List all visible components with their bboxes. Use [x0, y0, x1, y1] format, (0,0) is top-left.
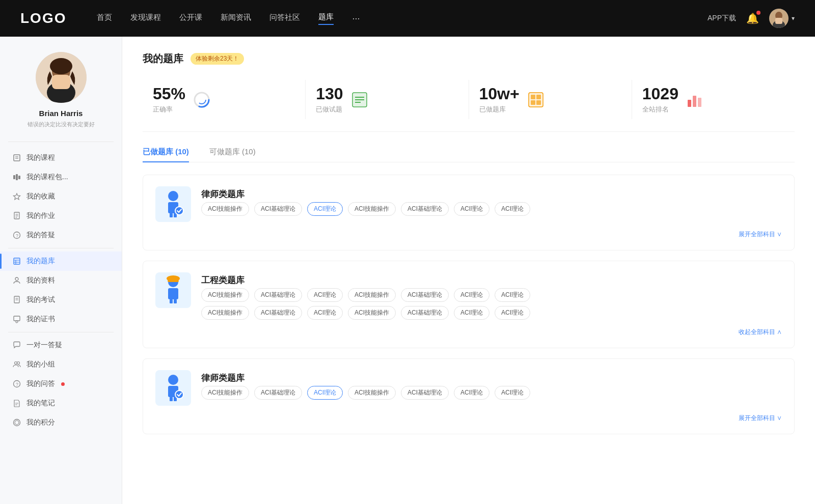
- app-download-link[interactable]: APP下载: [708, 14, 736, 23]
- tag-law2-1[interactable]: ACI基础理论: [254, 386, 302, 400]
- nav-question-bank[interactable]: 题库: [318, 12, 334, 25]
- profile-section: Brian Harris 错误的决定比没有决定要好: [0, 52, 122, 138]
- stat-done-banks: 10w+ 已做题库: [469, 80, 632, 119]
- user-avatar-menu[interactable]: ▾: [769, 9, 795, 28]
- tag-eng-r2-6[interactable]: ACI理论: [495, 306, 530, 320]
- sidebar-item-one-on-one[interactable]: 一对一答疑: [0, 335, 122, 355]
- tag-law-5[interactable]: ACI理论: [454, 202, 490, 216]
- sidebar-item-my-bank[interactable]: 我的题库: [0, 251, 122, 271]
- svg-marker-15: [14, 193, 20, 200]
- nav-qa[interactable]: 问答社区: [269, 13, 300, 24]
- sidebar-item-my-collection[interactable]: 我的收藏: [0, 187, 122, 206]
- sidebar-item-my-course[interactable]: 我的课程: [0, 148, 122, 167]
- navbar: LOGO 首页 发现课程 公开课 新闻资讯 问答社区 题库 ··· APP下载 …: [0, 0, 815, 37]
- svg-rect-56: [698, 98, 701, 107]
- svg-rect-67: [168, 280, 179, 282]
- notes-icon: [12, 399, 21, 408]
- sidebar-item-my-package[interactable]: 我的课程包...: [0, 167, 122, 187]
- svg-rect-50: [531, 95, 535, 99]
- qbank-tags-law2: ACI技能操作 ACI基础理论 ACI理论 ACI技能操作 ACI基础理论 AC…: [201, 386, 782, 400]
- svg-rect-55: [693, 96, 696, 107]
- svg-point-61: [175, 207, 183, 215]
- svg-point-68: [168, 375, 178, 385]
- svg-point-39: [15, 421, 19, 425]
- sidebar-label-my-cert: 我的证书: [26, 315, 55, 324]
- tag-eng-r2-5[interactable]: ACI理论: [454, 306, 490, 320]
- tab-done-banks[interactable]: 已做题库 (10): [143, 147, 189, 162]
- svg-rect-52: [531, 100, 535, 105]
- page-header: 我的题库 体验剩余23天！: [143, 52, 795, 66]
- tag-eng-r1-0[interactable]: ACI技能操作: [201, 288, 249, 302]
- stat-accuracy-label: 正确率: [153, 105, 185, 114]
- nav-discover[interactable]: 发现课程: [130, 13, 161, 24]
- sidebar-divider-2: [8, 332, 114, 332]
- tag-eng-r2-2[interactable]: ACI理论: [307, 306, 343, 320]
- sidebar-item-my-homework[interactable]: 我的作业: [0, 206, 122, 226]
- nav-more[interactable]: ···: [352, 13, 360, 24]
- tag-eng-r2-4[interactable]: ACI基础理论: [401, 306, 449, 320]
- sidebar-item-my-notes[interactable]: 我的笔记: [0, 394, 122, 413]
- stat-ranking-value: 1029: [642, 85, 678, 103]
- tag-eng-r2-3[interactable]: ACI技能操作: [348, 306, 396, 320]
- avatar: [769, 9, 789, 28]
- tag-eng-r2-0[interactable]: ACI技能操作: [201, 306, 249, 320]
- svg-rect-53: [536, 100, 541, 105]
- notification-badge: [756, 11, 760, 15]
- tag-law2-4[interactable]: ACI基础理论: [401, 386, 449, 400]
- questions-icon: ?: [12, 379, 21, 388]
- svg-rect-59: [170, 213, 173, 217]
- tag-eng-r1-1[interactable]: ACI基础理论: [254, 288, 302, 302]
- tag-eng-r1-4[interactable]: ACI基础理论: [401, 288, 449, 302]
- stat-done-questions: 130 已做试题: [306, 80, 469, 119]
- tag-law-6[interactable]: ACI理论: [495, 202, 530, 216]
- qbank-tags-law: ACI技能操作 ACI基础理论 ACI理论 ACI技能操作 ACI基础理论 AC…: [201, 202, 782, 216]
- tab-available-banks[interactable]: 可做题库 (10): [209, 147, 256, 162]
- tag-law-1[interactable]: ACI基础理论: [254, 202, 302, 216]
- svg-point-38: [14, 419, 20, 426]
- tag-eng-r1-5[interactable]: ACI理论: [454, 288, 490, 302]
- svg-rect-70: [170, 397, 173, 401]
- sidebar-item-my-questions[interactable]: ? 我的问答: [0, 374, 122, 394]
- logo[interactable]: LOGO: [20, 10, 66, 26]
- expand-law2-link[interactable]: 展开全部科目 ∨: [155, 414, 782, 423]
- page-title: 我的题库: [143, 52, 183, 66]
- sidebar-label-my-collection: 我的收藏: [26, 192, 55, 201]
- sidebar-item-my-cert[interactable]: 我的证书: [0, 310, 122, 329]
- tag-law-0[interactable]: ACI技能操作: [201, 202, 249, 216]
- sidebar-label-my-course: 我的课程: [26, 153, 55, 162]
- qbank-header-law: 律师类题库 ACI技能操作 ACI基础理论 ACI理论 ACI技能操作 ACI基…: [155, 186, 782, 222]
- tag-eng-r1-6[interactable]: ACI理论: [495, 288, 530, 302]
- stat-banks-value: 10w+: [479, 85, 520, 103]
- sidebar-label-my-exam: 我的考试: [26, 295, 55, 304]
- tag-law-4[interactable]: ACI基础理论: [401, 202, 449, 216]
- nav-open-course[interactable]: 公开课: [179, 13, 202, 24]
- expand-law-link[interactable]: 展开全部科目 ∨: [155, 230, 782, 239]
- tag-law2-3[interactable]: ACI技能操作: [348, 386, 396, 400]
- sidebar-item-my-qa[interactable]: ? 我的答疑: [0, 226, 122, 245]
- qbank-tags-engineering-r2: ACI技能操作 ACI基础理论 ACI理论 ACI技能操作 ACI基础理论 AC…: [201, 306, 782, 320]
- tag-law2-0[interactable]: ACI技能操作: [201, 386, 249, 400]
- package-icon: [12, 173, 21, 182]
- tag-law2-5[interactable]: ACI理论: [454, 386, 490, 400]
- tag-law-2[interactable]: ACI理论: [307, 202, 343, 216]
- tag-eng-r1-3[interactable]: ACI技能操作: [348, 288, 396, 302]
- tag-eng-r1-2[interactable]: ACI理论: [307, 288, 343, 302]
- svg-rect-63: [168, 288, 178, 299]
- sidebar-divider-mid: [8, 248, 114, 248]
- qbank-card-law2: 律师类题库 ACI技能操作 ACI基础理论 ACI理论 ACI技能操作 ACI基…: [143, 358, 795, 434]
- stat-banks-label: 已做题库: [479, 105, 520, 114]
- notification-bell[interactable]: 🔔: [746, 12, 759, 24]
- exam-icon: [12, 295, 21, 304]
- sidebar-item-my-info[interactable]: 我的资料: [0, 271, 122, 290]
- sidebar-item-my-points[interactable]: 我的积分: [0, 413, 122, 432]
- sidebar-item-my-group[interactable]: 我的小组: [0, 355, 122, 374]
- nav-news[interactable]: 新闻资讯: [221, 13, 251, 24]
- nav-home[interactable]: 首页: [97, 13, 112, 24]
- tag-law-3[interactable]: ACI技能操作: [348, 202, 396, 216]
- svg-text:?: ?: [16, 233, 18, 238]
- tag-law2-2[interactable]: ACI理论: [307, 386, 343, 400]
- collapse-engineering-link[interactable]: 收起全部科目 ∧: [155, 328, 782, 337]
- sidebar-item-my-exam[interactable]: 我的考试: [0, 290, 122, 310]
- tag-law2-6[interactable]: ACI理论: [495, 386, 530, 400]
- tag-eng-r2-1[interactable]: ACI基础理论: [254, 306, 302, 320]
